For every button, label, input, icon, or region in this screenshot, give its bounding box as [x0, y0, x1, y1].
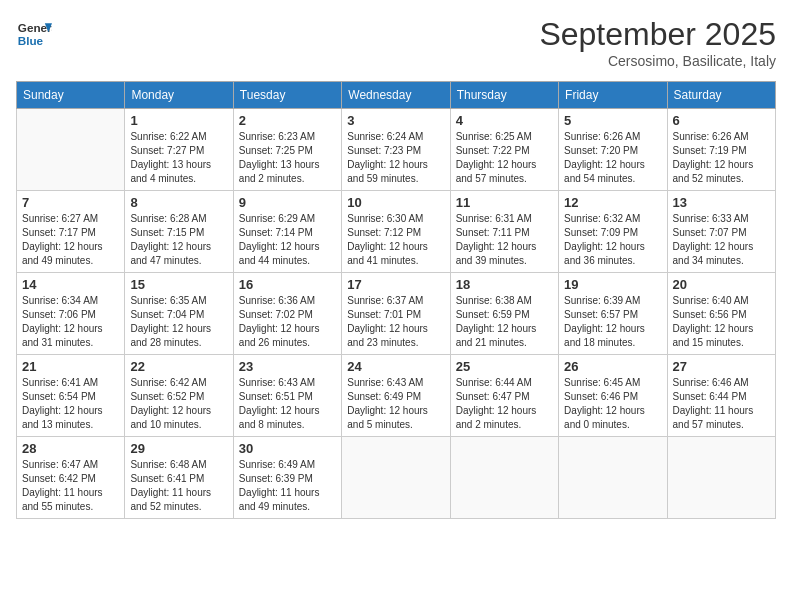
- day-info: Sunrise: 6:35 AMSunset: 7:04 PMDaylight:…: [130, 294, 227, 350]
- day-info: Sunrise: 6:26 AMSunset: 7:20 PMDaylight:…: [564, 130, 661, 186]
- day-info: Sunrise: 6:24 AMSunset: 7:23 PMDaylight:…: [347, 130, 444, 186]
- day-number: 7: [22, 195, 119, 210]
- day-number: 9: [239, 195, 336, 210]
- calendar-cell: 22Sunrise: 6:42 AMSunset: 6:52 PMDayligh…: [125, 355, 233, 437]
- title-block: September 2025 Cersosimo, Basilicate, It…: [539, 16, 776, 69]
- weekday-monday: Monday: [125, 82, 233, 109]
- day-info: Sunrise: 6:42 AMSunset: 6:52 PMDaylight:…: [130, 376, 227, 432]
- calendar-cell: 20Sunrise: 6:40 AMSunset: 6:56 PMDayligh…: [667, 273, 775, 355]
- day-number: 2: [239, 113, 336, 128]
- calendar-cell: 15Sunrise: 6:35 AMSunset: 7:04 PMDayligh…: [125, 273, 233, 355]
- calendar-cell: [342, 437, 450, 519]
- day-number: 19: [564, 277, 661, 292]
- calendar-cell: 26Sunrise: 6:45 AMSunset: 6:46 PMDayligh…: [559, 355, 667, 437]
- day-number: 30: [239, 441, 336, 456]
- calendar-cell: 29Sunrise: 6:48 AMSunset: 6:41 PMDayligh…: [125, 437, 233, 519]
- day-number: 6: [673, 113, 770, 128]
- day-info: Sunrise: 6:29 AMSunset: 7:14 PMDaylight:…: [239, 212, 336, 268]
- weekday-sunday: Sunday: [17, 82, 125, 109]
- day-number: 20: [673, 277, 770, 292]
- day-info: Sunrise: 6:39 AMSunset: 6:57 PMDaylight:…: [564, 294, 661, 350]
- day-info: Sunrise: 6:47 AMSunset: 6:42 PMDaylight:…: [22, 458, 119, 514]
- calendar-cell: 21Sunrise: 6:41 AMSunset: 6:54 PMDayligh…: [17, 355, 125, 437]
- weekday-saturday: Saturday: [667, 82, 775, 109]
- day-info: Sunrise: 6:49 AMSunset: 6:39 PMDaylight:…: [239, 458, 336, 514]
- month-title: September 2025: [539, 16, 776, 53]
- day-number: 15: [130, 277, 227, 292]
- week-row-5: 28Sunrise: 6:47 AMSunset: 6:42 PMDayligh…: [17, 437, 776, 519]
- week-row-4: 21Sunrise: 6:41 AMSunset: 6:54 PMDayligh…: [17, 355, 776, 437]
- calendar-cell: 16Sunrise: 6:36 AMSunset: 7:02 PMDayligh…: [233, 273, 341, 355]
- day-info: Sunrise: 6:33 AMSunset: 7:07 PMDaylight:…: [673, 212, 770, 268]
- day-number: 24: [347, 359, 444, 374]
- day-info: Sunrise: 6:23 AMSunset: 7:25 PMDaylight:…: [239, 130, 336, 186]
- calendar-cell: 23Sunrise: 6:43 AMSunset: 6:51 PMDayligh…: [233, 355, 341, 437]
- day-number: 18: [456, 277, 553, 292]
- calendar-table: SundayMondayTuesdayWednesdayThursdayFrid…: [16, 81, 776, 519]
- calendar-cell: [17, 109, 125, 191]
- calendar-cell: 8Sunrise: 6:28 AMSunset: 7:15 PMDaylight…: [125, 191, 233, 273]
- weekday-friday: Friday: [559, 82, 667, 109]
- calendar-cell: 18Sunrise: 6:38 AMSunset: 6:59 PMDayligh…: [450, 273, 558, 355]
- calendar-cell: 3Sunrise: 6:24 AMSunset: 7:23 PMDaylight…: [342, 109, 450, 191]
- calendar-cell: 25Sunrise: 6:44 AMSunset: 6:47 PMDayligh…: [450, 355, 558, 437]
- svg-text:Blue: Blue: [18, 34, 44, 47]
- calendar-cell: 28Sunrise: 6:47 AMSunset: 6:42 PMDayligh…: [17, 437, 125, 519]
- weekday-tuesday: Tuesday: [233, 82, 341, 109]
- week-row-3: 14Sunrise: 6:34 AMSunset: 7:06 PMDayligh…: [17, 273, 776, 355]
- day-info: Sunrise: 6:36 AMSunset: 7:02 PMDaylight:…: [239, 294, 336, 350]
- day-info: Sunrise: 6:30 AMSunset: 7:12 PMDaylight:…: [347, 212, 444, 268]
- calendar-cell: 24Sunrise: 6:43 AMSunset: 6:49 PMDayligh…: [342, 355, 450, 437]
- day-info: Sunrise: 6:27 AMSunset: 7:17 PMDaylight:…: [22, 212, 119, 268]
- day-number: 28: [22, 441, 119, 456]
- calendar-cell: 5Sunrise: 6:26 AMSunset: 7:20 PMDaylight…: [559, 109, 667, 191]
- day-number: 13: [673, 195, 770, 210]
- day-number: 29: [130, 441, 227, 456]
- day-info: Sunrise: 6:37 AMSunset: 7:01 PMDaylight:…: [347, 294, 444, 350]
- day-number: 23: [239, 359, 336, 374]
- day-info: Sunrise: 6:41 AMSunset: 6:54 PMDaylight:…: [22, 376, 119, 432]
- day-number: 26: [564, 359, 661, 374]
- page-header: General Blue September 2025 Cersosimo, B…: [16, 16, 776, 69]
- calendar-cell: 1Sunrise: 6:22 AMSunset: 7:27 PMDaylight…: [125, 109, 233, 191]
- day-number: 10: [347, 195, 444, 210]
- day-info: Sunrise: 6:45 AMSunset: 6:46 PMDaylight:…: [564, 376, 661, 432]
- day-info: Sunrise: 6:34 AMSunset: 7:06 PMDaylight:…: [22, 294, 119, 350]
- day-info: Sunrise: 6:28 AMSunset: 7:15 PMDaylight:…: [130, 212, 227, 268]
- day-info: Sunrise: 6:43 AMSunset: 6:49 PMDaylight:…: [347, 376, 444, 432]
- day-number: 1: [130, 113, 227, 128]
- day-number: 12: [564, 195, 661, 210]
- calendar-cell: 6Sunrise: 6:26 AMSunset: 7:19 PMDaylight…: [667, 109, 775, 191]
- calendar-cell: 4Sunrise: 6:25 AMSunset: 7:22 PMDaylight…: [450, 109, 558, 191]
- day-number: 4: [456, 113, 553, 128]
- calendar-cell: 17Sunrise: 6:37 AMSunset: 7:01 PMDayligh…: [342, 273, 450, 355]
- day-info: Sunrise: 6:26 AMSunset: 7:19 PMDaylight:…: [673, 130, 770, 186]
- calendar-cell: 9Sunrise: 6:29 AMSunset: 7:14 PMDaylight…: [233, 191, 341, 273]
- day-number: 17: [347, 277, 444, 292]
- day-info: Sunrise: 6:43 AMSunset: 6:51 PMDaylight:…: [239, 376, 336, 432]
- day-info: Sunrise: 6:22 AMSunset: 7:27 PMDaylight:…: [130, 130, 227, 186]
- day-info: Sunrise: 6:44 AMSunset: 6:47 PMDaylight:…: [456, 376, 553, 432]
- day-info: Sunrise: 6:46 AMSunset: 6:44 PMDaylight:…: [673, 376, 770, 432]
- day-number: 22: [130, 359, 227, 374]
- day-number: 14: [22, 277, 119, 292]
- day-number: 5: [564, 113, 661, 128]
- day-number: 11: [456, 195, 553, 210]
- calendar-cell: 10Sunrise: 6:30 AMSunset: 7:12 PMDayligh…: [342, 191, 450, 273]
- location-subtitle: Cersosimo, Basilicate, Italy: [539, 53, 776, 69]
- weekday-wednesday: Wednesday: [342, 82, 450, 109]
- calendar-cell: 11Sunrise: 6:31 AMSunset: 7:11 PMDayligh…: [450, 191, 558, 273]
- calendar-cell: 12Sunrise: 6:32 AMSunset: 7:09 PMDayligh…: [559, 191, 667, 273]
- week-row-1: 1Sunrise: 6:22 AMSunset: 7:27 PMDaylight…: [17, 109, 776, 191]
- weekday-thursday: Thursday: [450, 82, 558, 109]
- calendar-cell: 7Sunrise: 6:27 AMSunset: 7:17 PMDaylight…: [17, 191, 125, 273]
- day-info: Sunrise: 6:48 AMSunset: 6:41 PMDaylight:…: [130, 458, 227, 514]
- day-number: 21: [22, 359, 119, 374]
- calendar-cell: 13Sunrise: 6:33 AMSunset: 7:07 PMDayligh…: [667, 191, 775, 273]
- logo-icon: General Blue: [16, 16, 52, 52]
- calendar-cell: 2Sunrise: 6:23 AMSunset: 7:25 PMDaylight…: [233, 109, 341, 191]
- day-info: Sunrise: 6:32 AMSunset: 7:09 PMDaylight:…: [564, 212, 661, 268]
- day-number: 25: [456, 359, 553, 374]
- logo: General Blue: [16, 16, 52, 52]
- calendar-cell: [667, 437, 775, 519]
